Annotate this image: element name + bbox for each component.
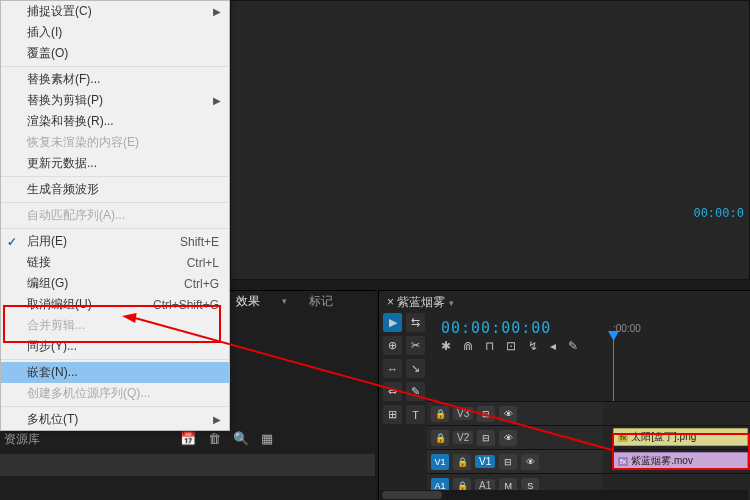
menu-item: 合并剪辑... xyxy=(1,315,229,336)
menu-item-shortcut: Shift+E xyxy=(180,235,219,249)
prev-icon[interactable]: ◂ xyxy=(550,339,556,353)
menu-item[interactable]: 嵌套(N)... xyxy=(1,362,229,383)
tool-pen[interactable]: ⇔ xyxy=(383,382,402,401)
menu-separator xyxy=(1,202,229,203)
menu-item[interactable]: 链接Ctrl+L xyxy=(1,252,229,273)
tracks-area: 🔒 V3 ⊟ 👁 🔒 V2 ⊟ 👁 fx 太阳[盘丁].png xyxy=(427,401,750,500)
menu-item[interactable]: 编组(G)Ctrl+G xyxy=(1,273,229,294)
menu-item[interactable]: 捕捉设置(C)▶ xyxy=(1,1,229,22)
tool-slip[interactable]: ↔ xyxy=(383,359,402,378)
program-monitor xyxy=(230,0,750,280)
panel-toolbar: 📅 🗑 🔍 ▦ xyxy=(180,431,273,446)
track-v1: V1 🔒 V1 ⊟ 👁 fx 紫蓝烟雾.mov xyxy=(427,449,750,473)
tool-type[interactable]: T xyxy=(406,405,425,424)
tab-markers[interactable]: 标记 xyxy=(305,291,337,312)
track-body[interactable]: fx 太阳[盘丁].png xyxy=(603,426,750,449)
menu-item-label: 启用(E) xyxy=(27,233,67,250)
timeline-h-scrollbar[interactable] xyxy=(380,490,748,500)
menu-item[interactable]: 插入(I) xyxy=(1,22,229,43)
eye-icon[interactable]: 👁 xyxy=(499,406,517,422)
time-ruler[interactable]: :00:00 xyxy=(609,323,750,347)
menu-item-label: 捕捉设置(C) xyxy=(27,3,92,20)
menu-item[interactable]: 多机位(T)▶ xyxy=(1,409,229,430)
tool-hand[interactable]: ✎ xyxy=(406,382,425,401)
chevron-down-icon: ▾ xyxy=(282,296,287,306)
tool-track-select[interactable]: ⇆ xyxy=(406,313,425,332)
magnet-icon[interactable]: ⋒ xyxy=(463,339,473,353)
menu-item-label: 插入(I) xyxy=(27,24,62,41)
track-body[interactable]: fx 紫蓝烟雾.mov xyxy=(603,450,750,473)
menu-item[interactable]: 替换素材(F)... xyxy=(1,69,229,90)
menu-item[interactable]: 取消编组(U)Ctrl+Shift+G xyxy=(1,294,229,315)
menu-separator xyxy=(1,228,229,229)
menu-item-shortcut: Ctrl+L xyxy=(187,256,219,270)
track-v3: 🔒 V3 ⊟ 👁 xyxy=(427,401,750,425)
menu-item-label: 编组(G) xyxy=(27,275,68,292)
eye-icon[interactable]: 👁 xyxy=(521,454,539,470)
tool-selection[interactable]: ▶ xyxy=(383,313,402,332)
panel-strip xyxy=(0,454,375,476)
submenu-arrow-icon: ▶ xyxy=(213,95,221,106)
track-body[interactable] xyxy=(603,402,750,425)
menu-item-label: 创建多机位源序列(Q)... xyxy=(27,385,150,402)
toggle-output-icon[interactable]: ⊟ xyxy=(477,406,495,422)
fx-icon[interactable]: ↯ xyxy=(528,339,538,353)
menu-item-label: 嵌套(N)... xyxy=(27,364,78,381)
scrollbar-thumb[interactable] xyxy=(382,491,442,499)
search-icon[interactable]: 🔍 xyxy=(233,431,249,446)
menu-item: 恢复未渲染的内容(E) xyxy=(1,132,229,153)
clip-v2[interactable]: fx 太阳[盘丁].png xyxy=(613,428,748,446)
menu-item: 创建多机位源序列(Q)... xyxy=(1,383,229,404)
menu-item-label: 替换素材(F)... xyxy=(27,71,100,88)
lock-icon[interactable]: 🔒 xyxy=(431,406,449,422)
menu-item-shortcut: Ctrl+Shift+G xyxy=(153,298,219,312)
timecode[interactable]: 00:00:00:00 xyxy=(441,319,551,337)
menu-separator xyxy=(1,176,229,177)
snap-icon[interactable]: ✱ xyxy=(441,339,451,353)
lock-icon[interactable]: 🔒 xyxy=(453,454,471,470)
menu-item[interactable]: 生成音频波形 xyxy=(1,179,229,200)
menu-item[interactable]: 渲染和替换(R)... xyxy=(1,111,229,132)
menu-item[interactable]: 同步(Y)... xyxy=(1,336,229,357)
trash-icon[interactable]: 🗑 xyxy=(208,431,221,446)
annotation-arrow-head xyxy=(121,311,136,323)
tool-rect[interactable]: ⊞ xyxy=(383,405,402,424)
track-label[interactable]: V1 xyxy=(475,455,495,468)
menu-item[interactable]: 覆盖(O) xyxy=(1,43,229,64)
menu-item-label: 覆盖(O) xyxy=(27,45,68,62)
menu-item-label: 合并剪辑... xyxy=(27,317,85,334)
menu-item-label: 自动匹配序列(A)... xyxy=(27,207,125,224)
toggle-output-icon[interactable]: ⊟ xyxy=(477,430,495,446)
sequence-tab[interactable]: × 紫蓝烟雾 ▾ xyxy=(379,291,750,314)
menu-item-label: 同步(Y)... xyxy=(27,338,77,355)
linked-sel-icon[interactable]: ⊓ xyxy=(485,339,494,353)
clip-v1[interactable]: fx 紫蓝烟雾.mov xyxy=(613,452,748,470)
calendar-icon[interactable]: 📅 xyxy=(180,431,196,446)
tool-ripple[interactable]: ⊕ xyxy=(383,336,402,355)
menu-item[interactable]: 替换为剪辑(P)▶ xyxy=(1,90,229,111)
tab-effects[interactable]: 效果 xyxy=(232,291,264,312)
eye-icon[interactable]: 👁 xyxy=(499,430,517,446)
tool-slide[interactable]: ↘ xyxy=(406,359,425,378)
grid-icon[interactable]: ▦ xyxy=(261,431,273,446)
track-v2: 🔒 V2 ⊟ 👁 fx 太阳[盘丁].png xyxy=(427,425,750,449)
menu-item[interactable]: 启用(E)Shift+E xyxy=(1,231,229,252)
lock-icon[interactable]: 🔒 xyxy=(431,430,449,446)
tool-razor[interactable]: ✂ xyxy=(406,336,425,355)
corner-timecode: 00:00:0 xyxy=(693,206,744,220)
fx-badge-icon: fx xyxy=(618,433,628,442)
timeline-panel: × 紫蓝烟雾 ▾ 00:00:0 00:00:00:00 ▶ ⇆ ⊕ ✂ ↔ ↘… xyxy=(378,290,750,500)
toggle-output-icon[interactable]: ⊟ xyxy=(499,454,517,470)
menu-item-label: 取消编组(U) xyxy=(27,296,92,313)
effects-tabs: 效果 ▾ 标记 xyxy=(232,290,337,312)
wrench-icon[interactable]: ✎ xyxy=(568,339,578,353)
source-patch[interactable]: V1 xyxy=(431,454,449,470)
clip-context-menu: 捕捉设置(C)▶插入(I)覆盖(O)替换素材(F)...替换为剪辑(P)▶渲染和… xyxy=(0,0,230,431)
menu-item[interactable]: 更新元数据... xyxy=(1,153,229,174)
menu-item-label: 生成音频波形 xyxy=(27,181,99,198)
menu-item: 自动匹配序列(A)... xyxy=(1,205,229,226)
track-label[interactable]: V3 xyxy=(453,407,473,420)
menu-item-label: 多机位(T) xyxy=(27,411,78,428)
markers-icon[interactable]: ⊡ xyxy=(506,339,516,353)
track-label[interactable]: V2 xyxy=(453,431,473,444)
